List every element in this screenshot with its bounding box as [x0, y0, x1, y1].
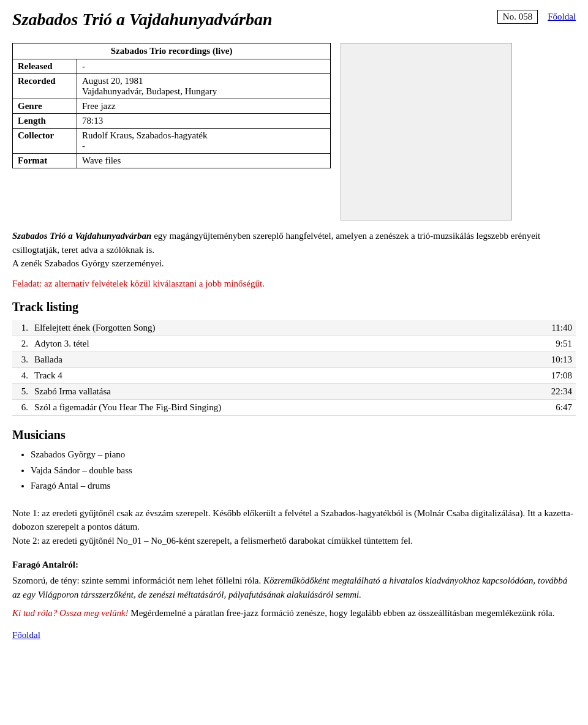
table-row: Length78:13 [13, 114, 331, 129]
farago-highlight: Ki tud róla? Ossza meg velünk! [12, 608, 129, 618]
description-paragraph: Szabados Trió a Vajdahunyadvárban egy ma… [12, 229, 576, 271]
track-row: 1.Elfelejtett ének (Forgotten Song)11:40 [12, 320, 576, 336]
track-duration: 22:34 [539, 384, 576, 400]
track-duration: 9:51 [539, 336, 576, 352]
farago-text2-italic: társszerzőként [81, 590, 134, 599]
track-title: Elfelejtett ének (Forgotten Song) [31, 320, 539, 336]
table-caption: Szabados Trio recordings (live) [12, 43, 331, 59]
page-title: Szabados Trió a Vajdahunyadvárban [12, 10, 273, 29]
track-title: Szól a figemadár (You Hear The Fig-Bird … [31, 400, 539, 416]
musician-item: Faragó Antal – drums [31, 478, 576, 494]
note1: Note 1: az eredeti gyűjtőnél csak az évs… [12, 506, 576, 534]
row-label-recorded: Recorded [13, 74, 77, 99]
row-label-collector: Collector [13, 129, 77, 154]
task-text: Feladat: az alternatív felvételek közül … [12, 277, 576, 291]
note2: Note 2: az eredeti gyűjtőnél No_01 – No_… [12, 534, 576, 548]
track-table: 1.Elfelejtett ének (Forgotten Song)11:40… [12, 320, 576, 416]
farago-text3: Megérdemelné a páratlan free-jazz formác… [129, 608, 555, 618]
track-row: 4.Track 417:08 [12, 368, 576, 384]
row-label-released: Released [13, 59, 77, 74]
farago-text1: Szomorú, de tény: szinte semmi informáci… [12, 574, 576, 601]
track-row: 2.Adyton 3. tétel9:51 [12, 336, 576, 352]
description-text2: A zenék Szabados György szerzeményei. [12, 258, 164, 268]
musicians-title: Musicians [12, 428, 576, 442]
farago-title-text: Faragó Antalról: [12, 560, 78, 569]
track-title: Adyton 3. tétel [31, 336, 539, 352]
track-row: 5.Szabó Irma vallatása22:34 [12, 384, 576, 400]
musicians-list: Szabados György – pianoVajda Sándor – do… [31, 447, 576, 494]
row-value-genre: Free jazz [77, 99, 331, 114]
farago-title: Faragó Antalról: [12, 560, 576, 570]
top-right-area: No. 058 Főoldal [497, 10, 576, 24]
track-number: 2. [12, 336, 31, 352]
track-title: Ballada [31, 352, 539, 368]
row-value-length: 78:13 [77, 114, 331, 129]
track-number: 1. [12, 320, 31, 336]
musician-item: Szabados György – piano [31, 447, 576, 463]
description-title-italic: Szabados Trió a Vajdahunyadvárban [12, 231, 151, 241]
table-row: RecordedAugust 20, 1981Vajdahunyadvár, B… [13, 74, 331, 99]
track-duration: 6:47 [539, 400, 576, 416]
farago-text2-p2: , de zenészi méltatásáról, pályafutásána… [134, 590, 361, 599]
footer-area: Főoldal [12, 630, 576, 640]
musician-item: Vajda Sándor – double bass [31, 463, 576, 479]
info-table: Szabados Trio recordings (live) Released… [12, 43, 331, 168]
farago-text1-span: Szomorú, de tény: szinte semmi informáci… [12, 576, 261, 585]
track-number: 4. [12, 368, 31, 384]
track-number: 3. [12, 352, 31, 368]
track-duration: 17:08 [539, 368, 576, 384]
top-header: Szabados Trió a Vajdahunyadvárban No. 05… [12, 10, 576, 36]
number-box: No. 058 [497, 10, 538, 24]
track-duration: 10:13 [539, 352, 576, 368]
track-number: 5. [12, 384, 31, 400]
table-row: Released- [13, 59, 331, 74]
row-label-length: Length [13, 114, 77, 129]
track-title: Track 4 [31, 368, 539, 384]
track-number: 6. [12, 400, 31, 416]
row-value-collector: Rudolf Kraus, Szabados-hagyaték- [77, 129, 331, 154]
track-duration: 11:40 [539, 320, 576, 336]
album-image [341, 43, 512, 220]
track-title: Szabó Irma vallatása [31, 384, 539, 400]
table-row: FormatWave files [13, 154, 331, 168]
row-value-released: - [77, 59, 331, 74]
table-row: GenreFree jazz [13, 99, 331, 114]
fooldal-link-top[interactable]: Főoldal [548, 12, 576, 22]
info-table-wrap: Szabados Trio recordings (live) Released… [12, 43, 331, 220]
farago-text3-para: Ki tud róla? Ossza meg velünk! Megérdeme… [12, 606, 576, 620]
fooldal-link-bottom[interactable]: Főoldal [12, 630, 40, 640]
track-row: 6.Szól a figemadár (You Hear The Fig-Bir… [12, 400, 576, 416]
row-label-format: Format [13, 154, 77, 168]
musicians-section: Musicians Szabados György – pianoVajda S… [12, 428, 576, 494]
row-value-recorded: August 20, 1981Vajdahunyadvár, Budapest,… [77, 74, 331, 99]
notes-section: Note 1: az eredeti gyűjtőnél csak az évs… [12, 506, 576, 548]
row-label-genre: Genre [13, 99, 77, 114]
track-listing-title: Track listing [12, 300, 576, 314]
track-row: 3.Ballada10:13 [12, 352, 576, 368]
farago-section: Faragó Antalról: Szomorú, de tény: szint… [12, 560, 576, 620]
table-row: CollectorRudolf Kraus, Szabados-hagyaték… [13, 129, 331, 154]
row-value-format: Wave files [77, 154, 331, 168]
main-layout: Szabados Trio recordings (live) Released… [12, 43, 576, 220]
